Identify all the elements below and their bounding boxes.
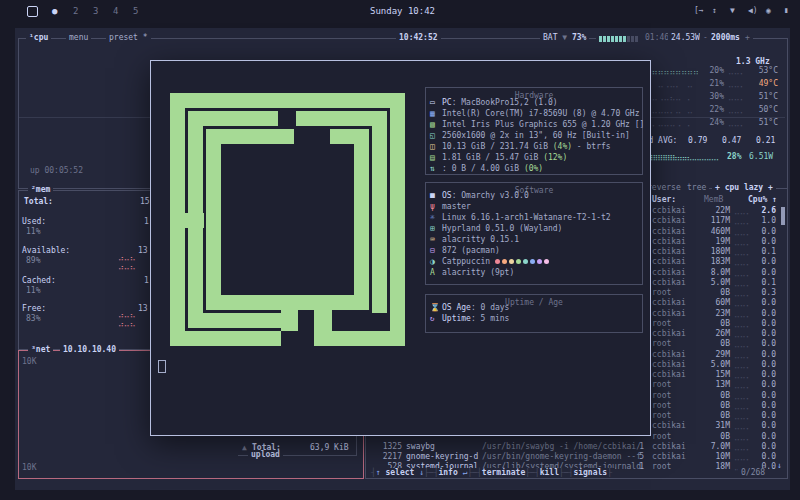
- tab-cpu[interactable]: ¹cpu: [26, 33, 51, 43]
- bluetooth-icon[interactable]: ↕: [712, 0, 717, 22]
- tab-tree[interactable]: tree: [684, 183, 709, 193]
- workspace-4[interactable]: 4: [113, 0, 118, 22]
- mem-free-label: Free:: [22, 304, 46, 314]
- hint-select[interactable]: select: [385, 468, 414, 477]
- proc-pid: 2217: [376, 452, 402, 461]
- core-percent: 24%: [702, 118, 724, 127]
- fastfetch-value: Linux 6.16.1-arch1-Watanare-T2-1-t2: [442, 213, 611, 222]
- wm-icon: ⊞: [429, 224, 436, 233]
- fastfetch-text: 2560x1600 @ 2x in 13", 60 Hz [Built-in]: [442, 131, 630, 140]
- proc-cpu: 0.0: [752, 309, 776, 318]
- fastfetch-value: OS Age: 0 days: [442, 303, 509, 312]
- proc-cpu: 0.0: [752, 421, 776, 430]
- proc-user: ccbikai: [652, 360, 698, 369]
- proc-mem: 183M: [694, 257, 730, 266]
- proc-mem: 0B: [694, 391, 730, 400]
- hint-kill[interactable]: kill: [540, 468, 559, 477]
- proc-mem-graph: ⣀⣀⡀: [734, 309, 752, 318]
- mem-total-frag: 15: [140, 197, 150, 207]
- proc-col-mem[interactable]: MemB: [704, 195, 723, 205]
- cpu-core-row: ⢀⣀⣀⣀⡀⣀⠀⣀22%⣀⣀⡀50°C: [646, 105, 786, 117]
- hint-key[interactable]: ↵: [458, 468, 468, 477]
- proc-mem-graph: ⣀⣀⡀: [734, 257, 752, 266]
- tab-menu[interactable]: menu: [66, 33, 91, 43]
- clock: Sunday 10:42: [370, 0, 435, 22]
- fastfetch-line: Aalacritty (9pt): [426, 268, 636, 279]
- fastfetch-value: 2560x1600 @ 2x in 13", 60 Hz [Built-in]: [442, 131, 630, 140]
- core-temp-graph: ⣀⣀⡀: [728, 92, 750, 101]
- scroll-down-icon[interactable]: ↓: [777, 461, 782, 471]
- fastfetch-value: master: [442, 202, 471, 211]
- theme-color-dot: [502, 259, 507, 264]
- launcher-icon[interactable]: [27, 6, 38, 17]
- workspace-2[interactable]: 2: [73, 0, 78, 22]
- mem-available-label: Available:: [22, 246, 70, 256]
- battery-icon[interactable]: ▮: [784, 0, 789, 22]
- hint-signals[interactable]: signals: [573, 468, 607, 477]
- fastfetch-text: Intel Iris Plus Graphics 655 @ 1.20 GHz …: [442, 120, 644, 129]
- screencast-icon[interactable]: [→: [694, 0, 704, 22]
- tab-mem[interactable]: ²mem: [28, 185, 53, 195]
- proc-scrollbar[interactable]: [781, 207, 785, 225]
- mem-used-percent: 11%: [26, 227, 40, 237]
- proc-user: root: [652, 391, 698, 400]
- tab-cpu-lazy-sort[interactable]: + cpu lazy +: [712, 183, 776, 193]
- core-percent: 30%: [702, 92, 724, 101]
- proc-mem-graph: ⣀⣀⡀: [734, 350, 752, 359]
- proc-cpu: 0.3: [752, 288, 776, 297]
- proc-mem: 13M: [694, 380, 730, 389]
- fastfetch-text: master: [442, 202, 471, 211]
- hint-key[interactable]: ↓: [414, 468, 424, 477]
- proc-user: root: [652, 432, 698, 441]
- proc-user: ccbikai: [652, 298, 698, 307]
- upload-tab[interactable]: upload: [248, 450, 283, 460]
- process-row[interactable]: 1325swaybg/usr/bin/swaybg -i /home/ccbik…: [366, 442, 786, 452]
- settings-icon[interactable]: ◉: [766, 0, 771, 22]
- fastfetch-value: 872 (pacman): [442, 246, 500, 255]
- proc-mem: 7.0M: [694, 442, 730, 451]
- workspace-1-active[interactable]: ●: [52, 0, 57, 22]
- process-row[interactable]: 2217gnome-keyring-d/usr/bin/gnome-keyrin…: [366, 452, 786, 462]
- proc-mem-graph: ⣀⣀⡀: [734, 339, 752, 348]
- proc-cpu: 0.0: [752, 391, 776, 400]
- proc-cpu: 0.0: [752, 227, 776, 236]
- proc-col-cpu[interactable]: Cpu% ↑: [748, 195, 777, 205]
- workspace-3[interactable]: 3: [93, 0, 98, 22]
- proc-cpu: 0.0: [752, 237, 776, 246]
- interval-plus-button[interactable]: +: [742, 33, 753, 43]
- wifi-icon[interactable]: ▼: [730, 0, 735, 22]
- fastfetch-text: 1.81 GiB / 15.47 GiB: [442, 153, 543, 162]
- fastfetch-percent: (0%): [524, 164, 543, 173]
- cpu-core-row: ⣀⣀⢀⣀⣄⣀⠀⡀30%⣀⣀⡀51°C: [646, 92, 786, 104]
- uptime-icon: ↻: [429, 314, 436, 323]
- net-scale-bottom: 10K: [22, 463, 36, 473]
- battery-meter-block: [631, 36, 634, 42]
- uptime-section: Uptime / Age ⌛OS Age: 0 days↻Uptime: 5 m…: [425, 294, 643, 333]
- hint-info[interactable]: info: [438, 468, 457, 477]
- proc-mem: 29M: [694, 350, 730, 359]
- workspace-5[interactable]: 5: [133, 0, 138, 22]
- upload-total-value: 63,9 KiB: [310, 443, 349, 453]
- proc-mem-graph: ⣀⣀⡀: [734, 421, 752, 430]
- hint-terminate[interactable]: terminate: [482, 468, 525, 477]
- proc-mem-graph: ⣀⣀⡀: [734, 411, 752, 420]
- fastfetch-line: ◑Catppuccin: [426, 257, 636, 268]
- tab-net[interactable]: ³net: [28, 345, 53, 355]
- tab-preset[interactable]: preset *: [106, 33, 151, 43]
- net-scale-top: 10K: [22, 357, 36, 367]
- proc-mem-graph: ⣀⣀⡀: [734, 370, 752, 379]
- proc-command: /usr/bin/gnome-keyring-daemon --f: [482, 452, 646, 461]
- core-temp-graph: ⣀⣀⡀: [728, 105, 750, 114]
- proc-mem: 0B: [694, 339, 730, 348]
- proc-col-user[interactable]: User:: [652, 195, 676, 205]
- proc-user: ccbikai: [652, 216, 698, 225]
- volume-icon[interactable]: ◀): [748, 0, 758, 22]
- proc-mem-graph: ⣀⣀⡀: [734, 268, 752, 277]
- core-percent: 22%: [702, 105, 724, 114]
- fastfetch-text: : Omarchy v3.0.0: [452, 191, 529, 200]
- core-temp: 51°C: [752, 92, 778, 101]
- fastfetch-percent: (12%): [543, 153, 567, 162]
- fastfetch-label: Uptime: [442, 314, 471, 323]
- theme-color-dot: [530, 259, 535, 264]
- core-graph: ⣀⠀⣀⢀⣀⡀⠀⣀: [646, 79, 698, 88]
